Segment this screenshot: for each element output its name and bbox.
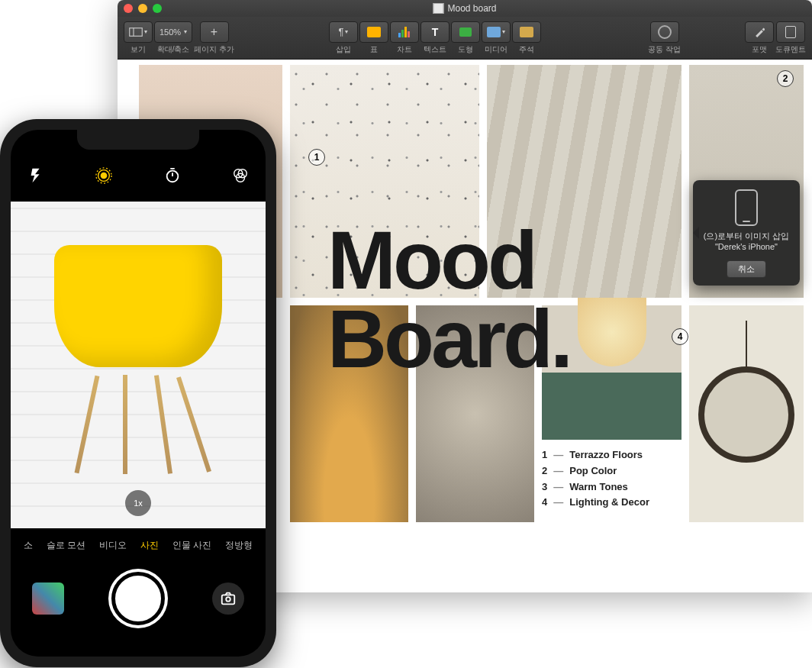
- svg-point-2: [102, 173, 107, 178]
- media-button[interactable]: ▾: [482, 21, 511, 43]
- headline-line2: Board.: [327, 300, 570, 379]
- mode-truncated[interactable]: 소: [24, 539, 33, 552]
- zoom-label: 확대/축소: [157, 44, 190, 55]
- svg-rect-9: [222, 595, 235, 604]
- svg-point-10: [226, 597, 230, 602]
- collaborate-button[interactable]: [650, 21, 679, 43]
- table-icon: [367, 27, 381, 37]
- filters-icon[interactable]: [232, 167, 249, 184]
- text-icon: T: [432, 26, 439, 38]
- toolbar: ▾ 보기 150% ▾ 확대/축소 + 페이지 추가 ¶▾ 삽입 표: [118, 17, 812, 60]
- maximize-button[interactable]: [153, 4, 162, 13]
- insert-button[interactable]: ¶▾: [329, 21, 358, 43]
- annotation-button[interactable]: [512, 21, 541, 43]
- collaborate-label: 공동 작업: [648, 44, 681, 55]
- view-icon: [129, 27, 143, 37]
- continuity-camera-popover: (으)로부터 이미지 삽입 "Derek's iPhone" 취소: [693, 180, 800, 286]
- legend-row: 3—Warm Tones: [542, 479, 649, 495]
- plus-icon: +: [211, 25, 218, 39]
- document-icon: [433, 3, 443, 14]
- media-icon: [487, 27, 501, 37]
- table-button[interactable]: [359, 21, 388, 43]
- camera-modes[interactable]: 소 슬로 모션 비디오 사진 인물 사진 정방형: [11, 533, 266, 557]
- timer-icon[interactable]: [164, 167, 181, 184]
- format-button[interactable]: [745, 21, 774, 43]
- camera-viewfinder[interactable]: 1x: [11, 202, 266, 528]
- mode-square[interactable]: 정방형: [225, 539, 253, 552]
- text-button[interactable]: T: [420, 21, 450, 43]
- flash-icon[interactable]: [27, 167, 44, 184]
- format-label: 포맷: [752, 44, 767, 55]
- legend-list[interactable]: 1—Terrazzo Floors 2—Pop Color 3—Warm Ton…: [542, 447, 649, 511]
- shape-button[interactable]: [451, 21, 480, 43]
- document-label: 도큐멘트: [775, 44, 806, 55]
- popover-text: (으)로부터 이미지 삽입 "Derek's iPhone": [704, 231, 789, 253]
- minimize-button[interactable]: [138, 4, 147, 13]
- media-label: 미디어: [485, 44, 508, 55]
- window-title: Mood board: [433, 3, 496, 14]
- iphone-screen: 1x 소 슬로 모션 비디오 사진 인물 사진 정방형: [11, 130, 266, 657]
- legend-row: 1—Terrazzo Floors: [542, 447, 649, 463]
- collaborate-icon: [658, 25, 672, 39]
- iphone-device: 1x 소 슬로 모션 비디오 사진 인물 사진 정방형: [0, 119, 276, 667]
- view-button[interactable]: ▾: [124, 21, 153, 43]
- close-button[interactable]: [124, 4, 133, 13]
- chart-button[interactable]: [390, 21, 419, 43]
- shape-label: 도형: [458, 44, 473, 55]
- headline-line1: Mood: [327, 221, 570, 300]
- text-label: 텍스트: [424, 44, 446, 55]
- flip-camera-icon: [220, 590, 237, 607]
- format-icon: [754, 27, 765, 37]
- zoom-badge[interactable]: 1x: [125, 490, 151, 516]
- live-photo-icon[interactable]: [95, 167, 112, 184]
- viewfinder-subject-chair: [39, 230, 237, 474]
- mode-photo[interactable]: 사진: [140, 539, 159, 552]
- insert-label: 삽입: [336, 44, 351, 55]
- mode-portrait[interactable]: 인물 사진: [172, 539, 211, 552]
- legend-row: 2—Pop Color: [542, 463, 649, 479]
- moodboard-image-mirror[interactable]: [689, 305, 804, 522]
- callout-1[interactable]: 1: [308, 149, 325, 166]
- last-photo-thumbnail[interactable]: [32, 582, 64, 615]
- headline-text[interactable]: Mood Board.: [327, 221, 570, 378]
- callout-2[interactable]: 2: [777, 70, 794, 87]
- camera-bottom-controls: [11, 568, 266, 629]
- callout-4[interactable]: 4: [672, 328, 688, 345]
- add-page-label: 페이지 추가: [194, 44, 234, 55]
- document-icon: [785, 26, 796, 38]
- paragraph-icon: ¶: [338, 26, 343, 37]
- shape-icon: [459, 27, 472, 37]
- iphone-outline-icon: [735, 189, 758, 226]
- document-button[interactable]: [776, 21, 805, 43]
- view-label: 보기: [130, 44, 146, 55]
- mode-video[interactable]: 비디오: [99, 539, 127, 552]
- chart-icon: [398, 27, 410, 37]
- annotation-label: 주석: [519, 44, 534, 55]
- zoom-select[interactable]: 150% ▾: [154, 21, 192, 43]
- flip-camera-button[interactable]: [212, 582, 244, 615]
- cancel-button[interactable]: 취소: [727, 260, 766, 278]
- titlebar[interactable]: Mood board: [118, 0, 812, 17]
- chart-label: 차트: [397, 44, 412, 55]
- legend-row: 4—Lighting & Decor: [542, 495, 649, 511]
- zoom-value: 150%: [160, 27, 181, 37]
- window-controls: [124, 4, 162, 13]
- notch: [77, 130, 199, 150]
- add-page-button[interactable]: +: [200, 21, 229, 43]
- table-label: 표: [370, 44, 378, 55]
- mode-slomo[interactable]: 슬로 모션: [47, 539, 85, 552]
- svg-rect-0: [130, 27, 143, 36]
- shutter-button[interactable]: [111, 572, 165, 625]
- camera-top-controls: [11, 160, 266, 191]
- window-title-text: Mood board: [447, 3, 496, 14]
- annotation-icon: [520, 27, 533, 37]
